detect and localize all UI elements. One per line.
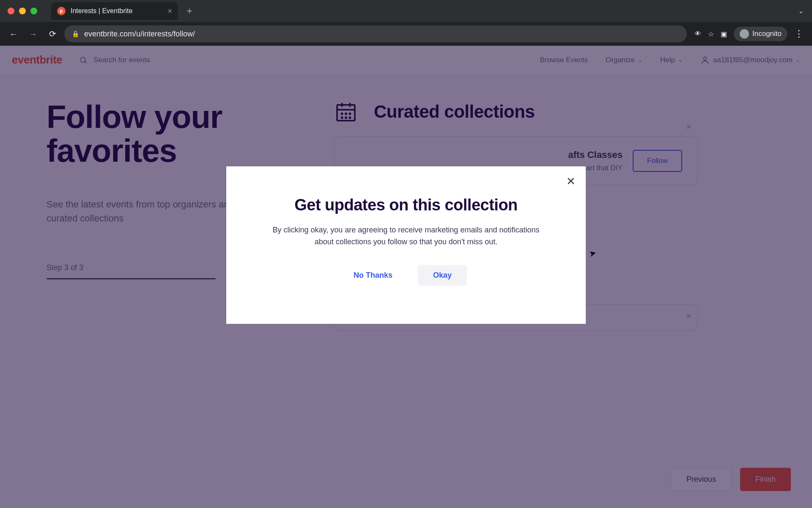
back-button[interactable]: ← — [6, 26, 21, 41]
modal-actions: No Thanks Okay — [243, 265, 569, 286]
reload-button[interactable]: ⟳ — [45, 26, 60, 41]
favicon-icon — [57, 7, 66, 15]
no-thanks-button[interactable]: No Thanks — [345, 265, 401, 286]
modal-overlay[interactable]: ✕ Get updates on this collection By clic… — [0, 46, 812, 508]
modal-dialog: ✕ Get updates on this collection By clic… — [226, 166, 586, 324]
modal-title: Get updates on this collection — [243, 196, 569, 214]
close-tab-icon[interactable]: × — [167, 7, 172, 16]
modal-body: By clicking okay, you are agreeing to re… — [243, 224, 569, 248]
eye-off-icon[interactable]: 👁 — [694, 30, 701, 38]
incognito-label: Incognito — [752, 30, 782, 38]
tab-title: Interests | Eventbrite — [71, 7, 167, 15]
lock-icon: 🔒 — [72, 30, 79, 37]
modal-close-icon[interactable]: ✕ — [566, 175, 576, 188]
window-maximize-button[interactable] — [30, 8, 37, 14]
incognito-badge[interactable]: Incognito — [734, 27, 787, 41]
new-tab-button[interactable]: + — [187, 5, 192, 17]
incognito-icon — [740, 29, 749, 39]
address-bar: ← → ⟳ 🔒 eventbrite.com/u/interests/follo… — [0, 22, 812, 46]
forward-button[interactable]: → — [25, 26, 41, 41]
star-icon[interactable]: ☆ — [708, 30, 714, 38]
window-close-button[interactable] — [8, 8, 14, 14]
url-input[interactable]: 🔒 eventbrite.com/u/interests/follow/ — [64, 25, 687, 42]
extensions-icon[interactable]: ▣ — [721, 30, 727, 38]
window-minimize-button[interactable] — [19, 8, 26, 14]
browser-chrome: Interests | Eventbrite × + ⌄ ← → ⟳ 🔒 eve… — [0, 0, 812, 46]
okay-button[interactable]: Okay — [418, 265, 467, 286]
url-text: eventbrite.com/u/interests/follow/ — [84, 30, 195, 39]
browser-menu-icon[interactable]: ⋮ — [794, 28, 803, 39]
titlebar: Interests | Eventbrite × + ⌄ — [0, 0, 812, 22]
browser-right-icons: 👁 ☆ ▣ Incognito ⋮ — [691, 27, 806, 41]
browser-tab[interactable]: Interests | Eventbrite × — [51, 2, 178, 20]
tab-overflow-icon[interactable]: ⌄ — [798, 8, 804, 14]
